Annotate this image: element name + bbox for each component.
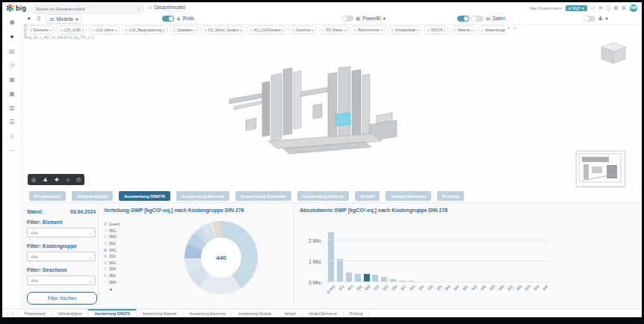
bottom-tab-auswertung-module[interactable]: Auswertung Module	[232, 309, 278, 317]
filter-select-filter-kostengruppe[interactable]: Alle⌄	[27, 252, 96, 261]
bottom-tab-projektstand[interactable]: Projektstand	[18, 309, 52, 317]
tab-auswertung-module[interactable]: Auswertung Module	[297, 191, 349, 201]
bar-351[interactable]	[337, 259, 343, 282]
bottom-tab-auswertung-din276[interactable]: Auswertung DIN276	[88, 309, 136, 317]
daten-toggle-b[interactable]	[471, 16, 483, 22]
legend-item[interactable]: 342	[104, 260, 120, 267]
filter-chip-ifc-klasse[interactable]: ⊡IFC Klasse▾	[319, 25, 349, 34]
tab-auswertung-elemente[interactable]: Auswertung Elemente	[235, 191, 291, 201]
rolle-toggle[interactable]	[162, 16, 174, 22]
bottom-tab-auswertung-material[interactable]: Auswertung Material	[137, 309, 184, 317]
favorites-icon[interactable]: ♥	[2, 30, 22, 44]
screenshot-icon[interactable]: ⎙	[77, 177, 81, 183]
bottom-tab-auswertung-elemente[interactable]: Auswertung Elemente	[183, 309, 232, 317]
mail-icon[interactable]: ✉	[598, 5, 603, 11]
filter-chip-material[interactable]: ⊡Material▾	[451, 25, 476, 34]
tab-projektstand[interactable]: Projektstand	[29, 191, 66, 201]
filter-chip-lca-guid[interactable]: ⊡LCA_GUID▾	[57, 25, 87, 34]
x-label-cell: 352	[504, 284, 513, 299]
legend-item[interactable]: 354	[104, 278, 120, 285]
filter-chip-qualdaten[interactable]: ⊡Qualdaten▾	[170, 25, 199, 34]
search-input[interactable]	[34, 6, 135, 12]
history-icon[interactable]: ◷	[2, 58, 22, 72]
resize-handle-icon[interactable]: ⋰	[636, 14, 641, 22]
bottom-tab-verlauf[interactable]: Verlauf	[278, 309, 303, 317]
navigation-cube[interactable]	[598, 41, 628, 66]
filter-chip-din276[interactable]: ⊡DIN276▾	[424, 25, 448, 34]
filter-chip-anzeigedetail[interactable]: ⊡Anzeigedetail▾	[388, 25, 421, 34]
tab-verlauf[interactable]: Verlauf	[355, 191, 380, 201]
settings-icon[interactable]: ⚙	[622, 5, 626, 11]
filter-chip-anwendungshinweise[interactable]: ⊡Anwendungshinweise▾	[478, 25, 505, 34]
tab-verlauf-elemente[interactable]: Verlauf Elemente	[386, 191, 431, 201]
filter-chip-lca-name[interactable]: ⊡LCA_Name▾	[89, 25, 120, 34]
filter-chip-raumnummer[interactable]: ⊡Raumnummer▾	[351, 25, 386, 34]
avatar[interactable]: MM	[630, 4, 637, 12]
tab-pr-fung[interactable]: Prüfung	[437, 191, 464, 201]
more-icon[interactable]: ⋯	[2, 143, 22, 158]
add-filter-button[interactable]: +	[507, 25, 510, 31]
legend-item[interactable]: 322	[104, 253, 120, 260]
x-label-cell: 365	[459, 284, 468, 299]
daten-toggle-a[interactable]	[457, 16, 469, 22]
legend-item[interactable]: 353	[104, 234, 120, 240]
walk-icon[interactable]: ♟	[43, 177, 47, 183]
folder-icon[interactable]: ▤	[2, 44, 22, 58]
legend-item[interactable]: 341	[104, 246, 120, 253]
filter-chip-elemente[interactable]: ⊡Elemente▾	[27, 25, 55, 34]
sidebar-icons: ⚉♥▤◷▦▣▥☰⇩⋯	[2, 16, 22, 158]
filter-chip-geschoss[interactable]: ⊡Geschoss▾	[288, 25, 317, 34]
legend-item[interactable]: 334	[104, 266, 120, 272]
filter-select-filter-element[interactable]: Alle⌄	[27, 228, 96, 237]
viewer-3d[interactable]: ◎♟✚⌂⎙	[22, 40, 642, 189]
clear-filters-button[interactable]: Filter löschen	[27, 292, 97, 305]
powerbi-toggle[interactable]	[341, 16, 353, 22]
info-icon[interactable]: ⓘ	[606, 4, 611, 12]
zoom-icon[interactable]: ✚	[55, 177, 59, 183]
download-icon[interactable]: ⇩	[2, 129, 22, 143]
modelle-dropdown[interactable]: ⊡ Modelle ▾	[46, 14, 82, 24]
chart-icon[interactable]: ▦	[2, 72, 22, 87]
filter-chip-kg-select-gesamt[interactable]: ⊡KG_Select_Gesamt▾	[201, 25, 244, 34]
floorplan-minimap[interactable]	[576, 151, 625, 187]
current-model[interactable]: ⌂ Gesamtmodell	[149, 4, 185, 10]
tab-auswertung-material[interactable]: Auswertung Material	[176, 191, 229, 201]
list-icon[interactable]: ☰	[2, 115, 22, 129]
home-view-icon[interactable]: ⌂	[66, 177, 69, 182]
tab-vollst-ndigkeit[interactable]: Vollständigkeit	[72, 191, 113, 201]
chevron-down-icon[interactable]: ▾	[605, 16, 607, 22]
legend-item[interactable]: 351	[104, 228, 120, 234]
legend-expand-icon[interactable]: ▾	[110, 287, 120, 292]
legend-item[interactable]: 361	[104, 272, 120, 279]
home-icon[interactable]: ⌂	[513, 25, 516, 31]
building-icon[interactable]: ▥	[2, 101, 22, 115]
notifications-icon[interactable]: ⚆	[591, 5, 595, 11]
bottom-tab-vollst-ndigkeit[interactable]: Vollständigkeit	[52, 309, 88, 317]
filter-chip-lca-baugruppierung[interactable]: ⊡LCA_Baugruppierung▾	[122, 25, 168, 34]
box-icon[interactable]: ▣	[2, 87, 22, 101]
apps-icon[interactable]: ✿	[614, 5, 619, 11]
layers-icon[interactable]: ☰	[37, 14, 41, 22]
prev-tab-arrow[interactable]: ‹	[7, 311, 8, 317]
filter-chip-label: KG_LCA/Gesamt	[254, 28, 281, 32]
selected-element-highlight[interactable]	[335, 113, 350, 126]
tab-auswertung-din276[interactable]: Auswertung DIN276	[119, 191, 170, 201]
filter-chip-kg-lca-gesamt[interactable]: ⊡KG_LCA/Gesamt▾	[247, 25, 286, 34]
donut-legend: (Leer)351353331341322342334361354▾	[104, 221, 120, 292]
bottom-tab-pr-fung[interactable]: Prüfung	[344, 309, 370, 317]
workspace-button[interactable]: ≡ MgT ▾	[566, 5, 587, 11]
app-logo[interactable]: big	[6, 4, 26, 12]
user-icon[interactable]: ⚉	[2, 16, 22, 30]
bottom-tab-verlauf-elemente[interactable]: Verlauf Elemente	[303, 309, 344, 317]
favorite-icon[interactable]: ♥	[28, 14, 31, 22]
header-icons: ⚆✉ⓘ✿⚙	[591, 4, 626, 12]
orbit-icon[interactable]: ◎	[31, 177, 36, 183]
profile-toggle[interactable]	[583, 16, 595, 22]
filter-select-filter-geschoss[interactable]: Alle⌄	[27, 275, 96, 285]
bar-title: Absolutwerte GWP [kgCO²-eq.] nach Kosten…	[300, 208, 636, 213]
filter-chip-label: Material	[458, 28, 470, 32]
legend-item[interactable]: (Leer)	[104, 221, 120, 228]
next-tab-arrow[interactable]: ›	[11, 311, 13, 317]
legend-item[interactable]: 331	[104, 240, 120, 247]
person-icon[interactable]: ♟	[598, 15, 603, 22]
